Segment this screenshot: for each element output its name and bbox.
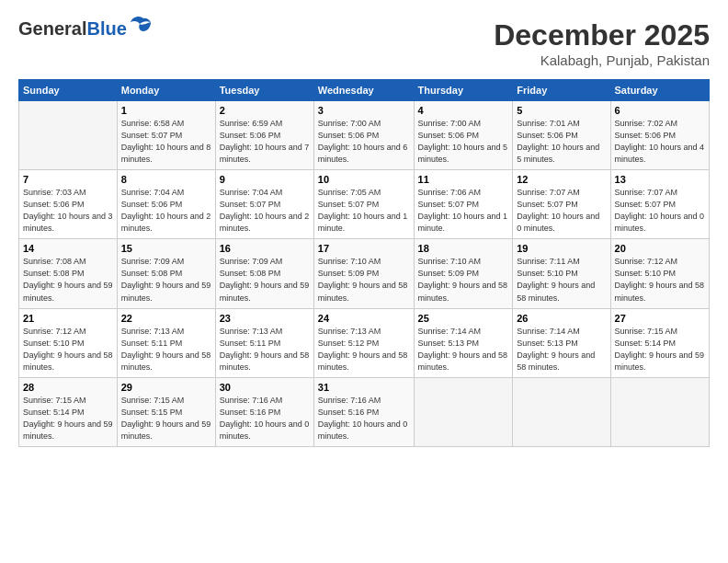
col-header-wednesday: Wednesday bbox=[313, 80, 414, 101]
logo-general: GeneralBlue bbox=[18, 18, 127, 39]
day-number: 6 bbox=[615, 105, 705, 116]
day-cell: 21Sunrise: 7:12 AMSunset: 5:10 PMDayligh… bbox=[19, 308, 118, 377]
day-cell: 3Sunrise: 7:00 AMSunset: 5:06 PMDaylight… bbox=[313, 101, 414, 170]
day-info: Sunrise: 7:12 AMSunset: 5:10 PMDaylight:… bbox=[615, 256, 705, 304]
day-number: 24 bbox=[318, 313, 410, 324]
day-cell: 8Sunrise: 7:04 AMSunset: 5:06 PMDaylight… bbox=[117, 170, 215, 239]
day-cell: 9Sunrise: 7:04 AMSunset: 5:07 PMDaylight… bbox=[215, 170, 313, 239]
calendar-table: SundayMondayTuesdayWednesdayThursdayFrid… bbox=[18, 79, 710, 447]
day-info: Sunrise: 7:10 AMSunset: 5:09 PMDaylight:… bbox=[318, 256, 410, 304]
day-cell: 18Sunrise: 7:10 AMSunset: 5:09 PMDayligh… bbox=[414, 239, 513, 308]
day-cell: 1Sunrise: 6:58 AMSunset: 5:07 PMDaylight… bbox=[117, 101, 215, 170]
day-cell: 17Sunrise: 7:10 AMSunset: 5:09 PMDayligh… bbox=[313, 239, 414, 308]
day-cell: 13Sunrise: 7:07 AMSunset: 5:07 PMDayligh… bbox=[610, 170, 709, 239]
day-number: 25 bbox=[418, 313, 509, 324]
day-number: 10 bbox=[318, 174, 410, 185]
day-cell: 16Sunrise: 7:09 AMSunset: 5:08 PMDayligh… bbox=[215, 239, 313, 308]
day-cell bbox=[513, 377, 610, 446]
logo-bird-icon bbox=[131, 15, 156, 39]
header-row: SundayMondayTuesdayWednesdayThursdayFrid… bbox=[19, 80, 710, 101]
day-info: Sunrise: 7:13 AMSunset: 5:12 PMDaylight:… bbox=[318, 326, 410, 373]
page: GeneralBlue December 2025 Kalabagh, Punj… bbox=[0, 0, 728, 563]
day-number: 17 bbox=[318, 243, 410, 254]
day-info: Sunrise: 7:03 AMSunset: 5:06 PMDaylight:… bbox=[23, 187, 113, 235]
day-number: 28 bbox=[23, 382, 113, 393]
day-info: Sunrise: 7:01 AMSunset: 5:06 PMDaylight:… bbox=[517, 118, 606, 166]
day-number: 8 bbox=[121, 174, 211, 185]
day-cell: 11Sunrise: 7:06 AMSunset: 5:07 PMDayligh… bbox=[414, 170, 513, 239]
day-info: Sunrise: 6:58 AMSunset: 5:07 PMDaylight:… bbox=[121, 118, 211, 166]
day-info: Sunrise: 7:00 AMSunset: 5:06 PMDaylight:… bbox=[318, 118, 410, 166]
col-header-monday: Monday bbox=[117, 80, 215, 101]
day-info: Sunrise: 6:59 AMSunset: 5:06 PMDaylight:… bbox=[220, 118, 310, 166]
week-row-1: 1Sunrise: 6:58 AMSunset: 5:07 PMDaylight… bbox=[19, 101, 710, 170]
col-header-thursday: Thursday bbox=[414, 80, 513, 101]
day-number: 9 bbox=[220, 174, 310, 185]
day-info: Sunrise: 7:13 AMSunset: 5:11 PMDaylight:… bbox=[220, 326, 310, 373]
day-number: 20 bbox=[615, 243, 705, 254]
day-cell: 2Sunrise: 6:59 AMSunset: 5:06 PMDaylight… bbox=[215, 101, 313, 170]
logo: GeneralBlue bbox=[18, 18, 156, 39]
day-cell bbox=[19, 101, 118, 170]
day-info: Sunrise: 7:16 AMSunset: 5:16 PMDaylight:… bbox=[318, 395, 410, 442]
day-info: Sunrise: 7:05 AMSunset: 5:07 PMDaylight:… bbox=[318, 187, 410, 235]
day-cell: 23Sunrise: 7:13 AMSunset: 5:11 PMDayligh… bbox=[215, 308, 313, 377]
col-header-saturday: Saturday bbox=[610, 80, 709, 101]
day-number: 27 bbox=[615, 313, 705, 324]
day-cell: 4Sunrise: 7:00 AMSunset: 5:06 PMDaylight… bbox=[414, 101, 513, 170]
day-number: 5 bbox=[517, 105, 606, 116]
day-cell: 31Sunrise: 7:16 AMSunset: 5:16 PMDayligh… bbox=[313, 377, 414, 446]
day-cell: 6Sunrise: 7:02 AMSunset: 5:06 PMDaylight… bbox=[610, 101, 709, 170]
day-cell bbox=[610, 377, 709, 446]
day-info: Sunrise: 7:15 AMSunset: 5:14 PMDaylight:… bbox=[615, 326, 705, 373]
day-info: Sunrise: 7:16 AMSunset: 5:16 PMDaylight:… bbox=[220, 395, 310, 442]
day-cell: 7Sunrise: 7:03 AMSunset: 5:06 PMDaylight… bbox=[19, 170, 118, 239]
day-cell: 24Sunrise: 7:13 AMSunset: 5:12 PMDayligh… bbox=[313, 308, 414, 377]
day-number: 12 bbox=[517, 174, 606, 185]
header: GeneralBlue December 2025 Kalabagh, Punj… bbox=[18, 18, 710, 68]
day-cell: 15Sunrise: 7:09 AMSunset: 5:08 PMDayligh… bbox=[117, 239, 215, 308]
day-info: Sunrise: 7:02 AMSunset: 5:06 PMDaylight:… bbox=[615, 118, 705, 166]
day-cell: 27Sunrise: 7:15 AMSunset: 5:14 PMDayligh… bbox=[610, 308, 709, 377]
day-number: 26 bbox=[517, 313, 606, 324]
day-number: 13 bbox=[615, 174, 705, 185]
day-number: 22 bbox=[121, 313, 211, 324]
day-cell: 5Sunrise: 7:01 AMSunset: 5:06 PMDaylight… bbox=[513, 101, 610, 170]
col-header-friday: Friday bbox=[513, 80, 610, 101]
day-cell: 28Sunrise: 7:15 AMSunset: 5:14 PMDayligh… bbox=[19, 377, 118, 446]
day-number: 2 bbox=[220, 105, 310, 116]
col-header-sunday: Sunday bbox=[19, 80, 118, 101]
day-number: 31 bbox=[318, 382, 410, 393]
day-number: 14 bbox=[23, 243, 113, 254]
day-number: 29 bbox=[121, 382, 211, 393]
day-cell: 26Sunrise: 7:14 AMSunset: 5:13 PMDayligh… bbox=[513, 308, 610, 377]
day-number: 16 bbox=[220, 243, 310, 254]
day-number: 18 bbox=[418, 243, 509, 254]
col-header-tuesday: Tuesday bbox=[215, 80, 313, 101]
month-title: December 2025 bbox=[494, 18, 710, 52]
day-info: Sunrise: 7:09 AMSunset: 5:08 PMDaylight:… bbox=[121, 256, 211, 304]
day-cell: 19Sunrise: 7:11 AMSunset: 5:10 PMDayligh… bbox=[513, 239, 610, 308]
day-info: Sunrise: 7:07 AMSunset: 5:07 PMDaylight:… bbox=[517, 187, 606, 235]
day-info: Sunrise: 7:15 AMSunset: 5:15 PMDaylight:… bbox=[121, 395, 211, 442]
day-cell: 14Sunrise: 7:08 AMSunset: 5:08 PMDayligh… bbox=[19, 239, 118, 308]
day-number: 1 bbox=[121, 105, 211, 116]
week-row-4: 21Sunrise: 7:12 AMSunset: 5:10 PMDayligh… bbox=[19, 308, 710, 377]
week-row-3: 14Sunrise: 7:08 AMSunset: 5:08 PMDayligh… bbox=[19, 239, 710, 308]
day-cell bbox=[414, 377, 513, 446]
day-info: Sunrise: 7:13 AMSunset: 5:11 PMDaylight:… bbox=[121, 326, 211, 373]
day-info: Sunrise: 7:08 AMSunset: 5:08 PMDaylight:… bbox=[23, 256, 113, 304]
week-row-2: 7Sunrise: 7:03 AMSunset: 5:06 PMDaylight… bbox=[19, 170, 710, 239]
day-info: Sunrise: 7:06 AMSunset: 5:07 PMDaylight:… bbox=[418, 187, 509, 235]
day-info: Sunrise: 7:00 AMSunset: 5:06 PMDaylight:… bbox=[418, 118, 509, 166]
day-number: 3 bbox=[318, 105, 410, 116]
day-cell: 10Sunrise: 7:05 AMSunset: 5:07 PMDayligh… bbox=[313, 170, 414, 239]
day-info: Sunrise: 7:15 AMSunset: 5:14 PMDaylight:… bbox=[23, 395, 113, 442]
week-row-5: 28Sunrise: 7:15 AMSunset: 5:14 PMDayligh… bbox=[19, 377, 710, 446]
day-number: 19 bbox=[517, 243, 606, 254]
day-info: Sunrise: 7:12 AMSunset: 5:10 PMDaylight:… bbox=[23, 326, 113, 373]
day-number: 11 bbox=[418, 174, 509, 185]
day-number: 30 bbox=[220, 382, 310, 393]
day-info: Sunrise: 7:04 AMSunset: 5:07 PMDaylight:… bbox=[220, 187, 310, 235]
day-cell: 12Sunrise: 7:07 AMSunset: 5:07 PMDayligh… bbox=[513, 170, 610, 239]
